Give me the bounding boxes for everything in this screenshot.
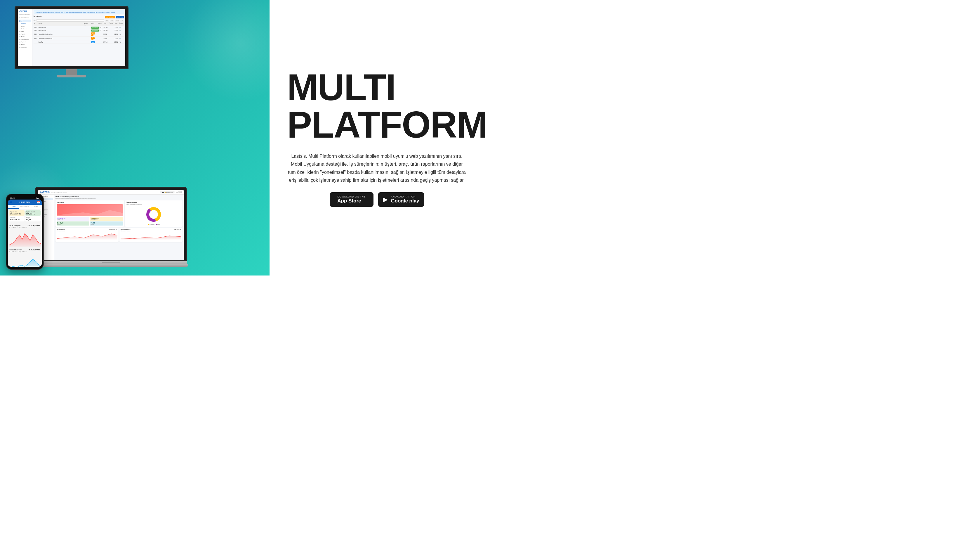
table-row: 6540 Kerim Güneş tamamlandı 43,050 23,05…	[33, 29, 124, 32]
laptop-hinge	[102, 262, 120, 263]
monitor-info-banner: ℹ Mobil uygulama veya bu sayfa üzerinden…	[33, 10, 124, 14]
monitor-wo-header: İş Emirleri Açık İş Emirleri Yeni İş Emr…	[33, 16, 124, 18]
row-action[interactable]: 🔍	[119, 41, 124, 43]
phone-tab-genel[interactable]: Genel	[8, 205, 19, 209]
googleplay-label-small: Android APP ON	[391, 195, 419, 198]
row-action[interactable]: 🔍	[119, 27, 124, 28]
monitor-nav-abonelik[interactable]: Abonelikler	[19, 46, 31, 48]
right-content-wrapper: MULTI PLATFORM Lastsis, Multi Platform o…	[287, 68, 467, 207]
row-action[interactable]: 🔍	[119, 38, 124, 40]
monitor-nav-ayarlar[interactable]: Ayarlar	[19, 43, 31, 46]
title-platform: PLATFORM	[287, 106, 467, 143]
left-section: LASTSIS profesyonel iş yönetim Güncel Du…	[0, 0, 269, 276]
monitor-nav-montör[interactable]: Montör	[21, 25, 31, 27]
laptop-donut-container: Kredi Kartı Nakit	[126, 206, 181, 225]
phone-area-chart-pink	[9, 229, 41, 247]
phone-tab-hizmet[interactable]: Hizme	[30, 205, 42, 209]
phone-value-masraf: 850,00 TL	[26, 213, 40, 215]
monitor-th-odeme: Ödeme	[109, 23, 114, 26]
row-plaka: 34.63 TL	[91, 33, 97, 36]
right-section: MULTI PLATFORM Lastsis, Multi Platform o…	[269, 0, 490, 276]
monitor-logo: LASTSIS	[19, 10, 31, 12]
googleplay-label-large: Google play	[391, 198, 419, 204]
laptop-content-subtitle: Raporlarınızla ilgili dönem verilerini i…	[56, 198, 183, 199]
monitor-btn-csv[interactable]: CSV	[120, 19, 124, 22]
phone-chart2-value: 2.905,00TL	[29, 248, 41, 251]
phone-calendar-icon[interactable]: 📅	[37, 201, 40, 204]
monitor-filter-ara: Ara:	[33, 20, 36, 21]
monitor-filter-row: Ara: Print Copy Excel CSV	[33, 19, 124, 22]
laptop-base-bottom	[33, 264, 188, 267]
phone-stat-borc: Borçlar 96,38 TL	[25, 216, 41, 221]
monitor-search-input[interactable]	[36, 19, 104, 22]
monitor-nav-randevu[interactable]: Randevular	[21, 27, 31, 30]
row-customer: Erol Taş	[38, 41, 83, 43]
phone-tabs: Genel Ürün Satışları Hizme	[8, 205, 42, 209]
monitor-nav-fiyatlistesi[interactable]: Fiyat Listesi	[19, 41, 31, 43]
appstore-label-small: Download on the	[337, 195, 366, 198]
row-id: 6444	[34, 38, 38, 40]
monitor-btn-acik[interactable]: Açık İş Emirleri	[105, 16, 115, 18]
phone-stat-row-2: Alacaklar 3.677,00 TL Borçlar 96,38 TL	[9, 216, 41, 221]
laptop-satis-label1: Toplam Ciro	[57, 219, 89, 220]
title-multi: MULTI	[287, 68, 467, 106]
laptop-nav-bar: ◀ ▶ 🔒 a.lastsis.com	[160, 191, 174, 193]
row-action[interactable]: 🔍	[119, 33, 124, 35]
table-row: 6540 Kerim Güneş tamamlandı 45,050 25,05…	[33, 26, 124, 29]
monitor-stand-neck	[66, 69, 77, 75]
laptop-header: LASTSIS profesyonel iş yönetim yazılımı …	[38, 190, 184, 194]
laptop-donut-legend: Kredi Kartı Nakit	[148, 224, 160, 225]
monitor-nav-isemirleri[interactable]: İş Emirleri	[21, 22, 31, 25]
laptop-odeme-title: Ödeme Dağılımı	[126, 202, 181, 203]
monitor-btn-copy[interactable]: Copy	[110, 19, 114, 22]
monitor-nav-raporlar[interactable]: Raporlar	[19, 33, 31, 35]
monitor-btn-yeni[interactable]: Yeni İş Emri	[116, 16, 124, 18]
legend-label-kredi: Kredi Kartı	[150, 224, 154, 225]
description-text: Lastsis, Multi Platform olarak kullanıla…	[287, 152, 467, 184]
laptop-content: Mart 2021 dönemi genel veriler Raporları…	[54, 194, 184, 260]
monitor-nav-depoislemi[interactable]: Depo İşlemleri	[19, 38, 31, 41]
phone-menu-icon[interactable]: ☰	[10, 201, 12, 204]
appstore-badge[interactable]: Download on the App Store	[330, 192, 374, 207]
phone-stat-alacak: Alacaklar 3.677,00 TL	[9, 216, 24, 221]
row-id: 6540	[34, 27, 38, 28]
row-status: 43,050	[98, 30, 102, 31]
row-customer: Kerim Güneş	[38, 27, 83, 28]
monitor-mockup: LASTSIS profesyonel iş yönetim Güncel Du…	[14, 6, 129, 77]
monitor-btn-excel[interactable]: Excel	[115, 19, 119, 22]
row-amount: 25,050	[103, 27, 108, 28]
googleplay-badge[interactable]: ▶ Android APP ON Google play	[378, 192, 424, 207]
laptop-content-title: Mart 2021 dönemi genel veriler	[56, 196, 183, 197]
laptop-satis-stats2: 1.048,28 Alacaklar 70,43 Borçlar	[57, 221, 123, 226]
laptop-urun-subtitle: Ürün satışı hasılatı	[57, 231, 118, 232]
laptop-satis-stat1: 5.878,007L Toplam Ciro	[57, 217, 89, 221]
laptop-hizmet-subtitle: Hizmet satışı hasılatı	[121, 231, 181, 232]
laptop-logo: LASTSIS	[40, 191, 49, 193]
phone-chart1-section: Ürün Satışları 21.206,20TL 21 Ocak 2021 …	[8, 223, 42, 247]
row-action[interactable]: 🔍	[119, 30, 124, 31]
laptop-main-layout: Güncel Durum İşler İş Emirleri Montör İş…	[38, 194, 184, 260]
phone-stat-masraf: Toplam Masraf 850,00 TL	[25, 210, 41, 216]
laptop-satis-label2: Toplam Masraf	[91, 219, 122, 220]
laptop-satis-stat3: 1.048,28 Alacaklar	[57, 221, 89, 226]
monitor-nav-araclar[interactable]: Araçlar	[19, 35, 31, 38]
phone-mockup: 10:24 4G ■■ ☰ LASTSIS 📅 Genel Ürün Satış…	[6, 194, 44, 270]
laptop-hizmet-chart-svg	[121, 232, 181, 240]
monitor-btn-print[interactable]: Print	[105, 19, 109, 22]
monitor-th-tarih: Tarih	[115, 23, 119, 26]
monitor-screen: LASTSIS profesyonel iş yönetim Güncel Du…	[14, 6, 129, 69]
monitor-screen-inner: LASTSIS profesyonel iş yönetim Güncel Du…	[18, 9, 125, 66]
row-amount: 33.63	[103, 38, 108, 40]
phone-tab-urun[interactable]: Ürün Satışları	[19, 205, 31, 209]
row-date: 20/01	[115, 38, 119, 40]
phone-chart2-date: 21 Ocak 2021 - 11 Şubat 2021	[9, 251, 41, 252]
monitor-nav-isler[interactable]: İşler	[19, 19, 31, 22]
laptop-urun-chart-svg	[57, 232, 118, 240]
monitor-nav-isagi[interactable]: İş Ağı	[19, 30, 31, 33]
phone-value-borc: 96,38 TL	[26, 218, 40, 221]
laptop-satis-chart	[57, 204, 123, 216]
laptop-satis-label4: Borçlar	[91, 224, 122, 225]
phone-stat-row-1: Toplam Ciro 24.111,30 TL Toplam Masraf 8…	[9, 210, 41, 216]
monitor-nav-genel[interactable]: Güncel Durum	[19, 16, 31, 19]
phone-area-chart-blue	[9, 253, 41, 267]
